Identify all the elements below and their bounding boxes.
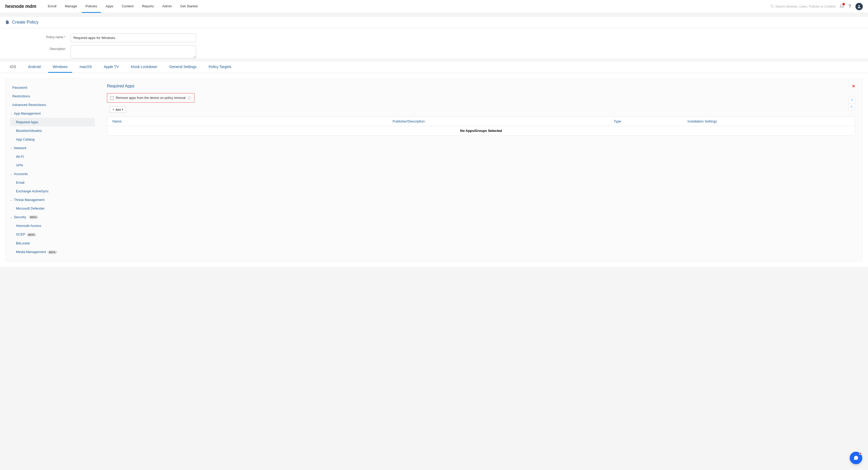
nav-tab-reports[interactable]: Reports: [138, 0, 158, 13]
sidebar-sub-label: Media Management: [16, 250, 46, 254]
nav-tab-enroll[interactable]: Enroll: [44, 0, 60, 13]
sidebar-sub-label: Blocklist/Allowlist: [16, 129, 41, 133]
chevron-down-icon: ⌄: [10, 147, 12, 149]
platform-tab-kiosk-lockdown[interactable]: Kiosk Lockdown: [126, 61, 162, 73]
platform-tab-general-settings[interactable]: General Settings: [165, 61, 201, 73]
sidebar-sub-label: VPN: [16, 163, 23, 167]
beta-badge: BETA: [29, 215, 38, 219]
document-icon: [5, 20, 9, 24]
table-empty-state: No Apps/Groups Selected: [107, 126, 855, 135]
side-rail: ? ▷: [848, 97, 855, 110]
remove-apps-checkbox[interactable]: [110, 96, 114, 100]
beta-badge: BETA: [48, 251, 57, 254]
global-search[interactable]: Search Devices, Users, Policies or Conte…: [771, 5, 835, 8]
nav-tab-manage[interactable]: Manage: [61, 0, 81, 13]
sidebar-sub-exchange-activesync[interactable]: Exchange ActiveSync: [10, 187, 95, 196]
chevron-down-icon: ⌄: [10, 199, 12, 201]
svg-line-1: [773, 7, 773, 8]
sidebar-sub-label: Required Apps: [16, 120, 38, 124]
sidebar-group-app-management[interactable]: ⌄App Management: [10, 109, 95, 118]
sidebar-sub-label: Microsoft Defender: [16, 206, 45, 210]
page-header: Create Policy: [0, 16, 868, 28]
platform-tab-policy-targets[interactable]: Policy Targets: [204, 61, 236, 73]
user-icon: [857, 4, 861, 9]
help-button[interactable]: ?: [848, 4, 851, 9]
sidebar-sub-label: Exchange ActiveSync: [16, 189, 49, 193]
description-label: Description: [5, 45, 70, 51]
sidebar-item-advanced-restrictions[interactable]: Advanced Restrictions: [10, 100, 95, 109]
policy-name-input[interactable]: [70, 33, 196, 42]
notification-badge: [842, 3, 845, 5]
sidebar-sub-hexnode-access[interactable]: Hexnode Access: [10, 222, 95, 230]
sidebar-item-password[interactable]: Password: [10, 83, 95, 92]
sidebar-sub-label: Wi-Fi: [16, 155, 24, 158]
topbar-right: Search Devices, Users, Policies or Conte…: [771, 3, 863, 10]
sidebar-sub-label: Hexnode Access: [16, 224, 41, 228]
sidebar-group-label: Threat Management: [14, 198, 44, 202]
platform-tab-ios[interactable]: iOS: [5, 61, 21, 73]
chevron-down-icon: ▼: [122, 108, 124, 111]
sidebar-group-label: App Management: [14, 112, 41, 115]
sidebar-sub-label: Email: [16, 181, 25, 184]
platform-tab-apple-tv[interactable]: Apple TV: [99, 61, 123, 73]
close-pane-button[interactable]: ✕: [852, 84, 855, 89]
table-header: Name Publisher/Description Type Installa…: [107, 117, 855, 126]
sidebar-group-label: Accounts: [14, 172, 28, 176]
add-button-label: Add: [116, 108, 121, 111]
platform-tab-macos[interactable]: macOS: [75, 61, 96, 73]
sidebar-sub-email[interactable]: Email: [10, 178, 95, 187]
global-nav: EnrollManagePoliciesAppsContentReportsAd…: [44, 0, 771, 13]
content-wrap: PasswordRestrictionsAdvanced Restriction…: [0, 73, 868, 267]
platform-tab-android[interactable]: Android: [23, 61, 45, 73]
remove-apps-option[interactable]: Remove apps from the device on policy re…: [107, 93, 194, 102]
sidebar-sub-media-management[interactable]: Media ManagementBETA: [10, 247, 95, 257]
nav-tab-content[interactable]: Content: [118, 0, 137, 13]
col-name: Name: [113, 119, 393, 123]
description-row: Description: [5, 45, 863, 58]
sidebar-group-label: Network: [14, 146, 26, 150]
policy-name-label: Policy name *: [5, 33, 70, 39]
platform-tab-windows[interactable]: Windows: [48, 61, 72, 73]
policy-name-row: Policy name *: [5, 33, 863, 42]
sidebar-sub-blocklist-allowlist[interactable]: Blocklist/Allowlist: [10, 126, 95, 135]
info-icon[interactable]: i: [188, 96, 191, 100]
sidebar-group-accounts[interactable]: ⌄Accounts: [10, 170, 95, 178]
col-type: Type: [614, 119, 688, 123]
chevron-down-icon: ⌄: [10, 216, 12, 218]
content-inner: PasswordRestrictionsAdvanced Restriction…: [5, 78, 863, 261]
brand-logo: hexnode mdm: [5, 4, 36, 9]
sidebar-sub-wi-fi[interactable]: Wi-Fi: [10, 152, 95, 161]
chevron-down-icon: ⌄: [10, 173, 12, 175]
sidebar-sub-app-catalog[interactable]: App Catalog: [10, 135, 95, 144]
col-publisher: Publisher/Description: [393, 119, 614, 123]
notifications-button[interactable]: [839, 4, 844, 9]
sidebar-group-network[interactable]: ⌄Network: [10, 144, 95, 152]
sidebar-group-threat-management[interactable]: ⌄Threat Management: [10, 196, 95, 204]
remove-apps-label: Remove apps from the device on policy re…: [116, 96, 186, 100]
nav-tab-get-started[interactable]: Get Started: [177, 0, 201, 13]
add-button[interactable]: ＋ Add ▼: [110, 106, 126, 113]
description-input[interactable]: [70, 45, 196, 58]
sidebar-sub-required-apps[interactable]: Required Apps: [10, 118, 95, 126]
rail-run-button[interactable]: ▷: [849, 104, 855, 110]
sidebar-sub-scep[interactable]: SCEPBETA: [10, 230, 95, 239]
main-pane: Required Apps ✕ Remove apps from the dev…: [100, 79, 863, 261]
col-install: Installation Settings: [688, 119, 850, 123]
rail-help-button[interactable]: ?: [849, 97, 855, 104]
nav-tab-policies[interactable]: Policies: [82, 0, 101, 13]
chevron-down-icon: ⌄: [10, 112, 12, 115]
policy-form: Policy name * Description: [0, 28, 868, 58]
sidebar-sub-bitlocker[interactable]: BitLocker: [10, 239, 95, 247]
sidebar-sub-vpn[interactable]: VPN: [10, 161, 95, 170]
nav-tab-apps[interactable]: Apps: [102, 0, 117, 13]
search-placeholder: Search Devices, Users, Policies or Conte…: [775, 5, 835, 8]
sidebar-group-security[interactable]: ⌄SecurityBETA: [10, 213, 95, 222]
plus-icon: ＋: [112, 108, 115, 112]
nav-tab-admin[interactable]: Admin: [158, 0, 176, 13]
user-avatar[interactable]: [856, 3, 863, 10]
sidebar-sub-microsoft-defender[interactable]: Microsoft Defender: [10, 204, 95, 213]
apps-table: Name Publisher/Description Type Installa…: [107, 116, 855, 136]
sidebar-sub-label: SCEP: [16, 232, 25, 236]
sidebar-item-restrictions[interactable]: Restrictions: [10, 92, 95, 100]
platform-tabs: iOSAndroidWindowsmacOSApple TVKiosk Lock…: [0, 61, 868, 73]
